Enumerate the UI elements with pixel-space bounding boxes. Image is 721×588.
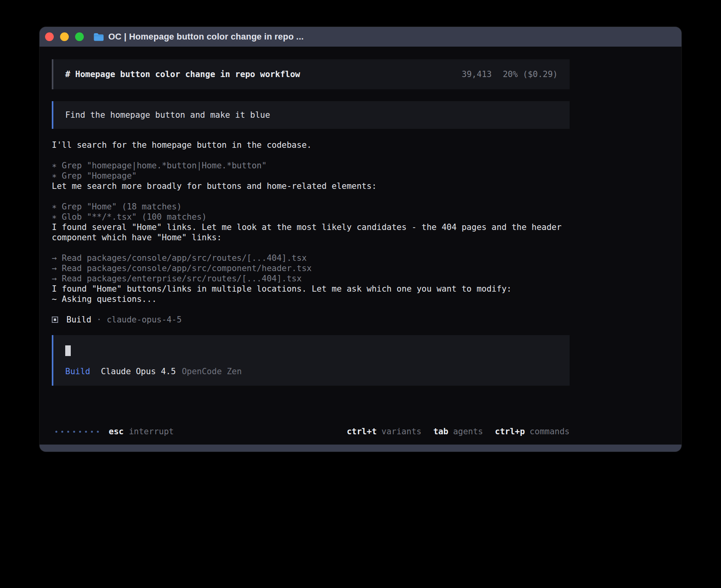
tool-call-group: ∗ Grep "homepage|home.*button|Home.*butt… — [52, 160, 570, 181]
interrupt-label: interrupt — [129, 426, 174, 437]
session-title: # Homepage button color change in repo w… — [65, 69, 300, 79]
folder-icon — [93, 32, 104, 41]
hint-agents: tab agents — [433, 426, 483, 437]
input-agent-mode[interactable]: Build — [65, 366, 90, 377]
input-model-name[interactable]: Claude Opus 4.5 — [101, 366, 176, 377]
keyboard-hints: ctrl+t variants tab agents ctrl+p comman… — [347, 426, 570, 437]
hint-commands: ctrl+p commands — [495, 426, 570, 437]
context-usage: 20% ($0.29) — [503, 69, 558, 79]
conversation: I'll search for the homepage button in t… — [52, 140, 570, 325]
token-count: 39,413 — [462, 69, 492, 79]
terminal-content: # Homepage button color change in repo w… — [40, 47, 681, 445]
esc-key-hint: esc — [109, 426, 124, 437]
window-titlebar[interactable]: OC | Homepage button color change in rep… — [40, 27, 681, 47]
agent-model: claude-opus-4-5 — [107, 315, 182, 325]
tool-call-read: → Read packages/console/app/src/componen… — [52, 263, 570, 273]
window-controls — [45, 32, 84, 41]
tool-call-grep: ∗ Grep "Homepage" — [52, 171, 570, 181]
tool-call-read: → Read packages/console/app/src/routes/[… — [52, 253, 570, 263]
minimize-button[interactable] — [60, 32, 69, 41]
tool-call-read: → Read packages/enterprise/src/routes/[.… — [52, 273, 570, 284]
terminal-window: OC | Homepage button color change in rep… — [40, 27, 681, 452]
tool-call-grep: ∗ Grep "Home" (18 matches) — [52, 202, 570, 212]
status-bar: esc interrupt ctrl+t variants tab agents… — [52, 426, 570, 437]
zoom-button[interactable] — [75, 32, 84, 41]
hint-variants: ctrl+t variants — [347, 426, 421, 437]
active-agent-status: Build · claude-opus-4-5 — [52, 315, 570, 325]
tool-call-glob: ∗ Glob "**/*.tsx" (100 matches) — [52, 212, 570, 222]
tool-call-grep: ∗ Grep "homepage|home.*button|Home.*butt… — [52, 160, 570, 171]
tool-call-group: → Read packages/console/app/src/routes/[… — [52, 253, 570, 284]
agent-name: Build — [66, 315, 91, 325]
session-header: # Homepage button color change in repo w… — [52, 59, 570, 89]
assistant-text: I'll search for the homepage button in t… — [52, 140, 570, 150]
input-meta-row: Build Claude Opus 4.5 OpenCode Zen — [65, 366, 558, 377]
assistant-text: I found several "Home" links. Let me loo… — [52, 222, 570, 243]
session-stats: 39,413 20% ($0.29) — [462, 69, 558, 79]
text-cursor — [65, 345, 71, 356]
spinner-dots — [52, 431, 99, 433]
session-content: # Homepage button color change in repo w… — [52, 59, 570, 386]
desktop-background: OC | Homepage button color change in rep… — [0, 0, 721, 588]
assistant-text: Let me search more broadly for buttons a… — [52, 181, 570, 191]
window-title-area: OC | Homepage button color change in rep… — [93, 32, 304, 42]
asking-questions-status: ~ Asking questions... — [52, 294, 570, 304]
tool-call-group: ∗ Grep "Home" (18 matches) ∗ Glob "**/*.… — [52, 202, 570, 222]
assistant-text: I found "Home" buttons/links in multiple… — [52, 284, 570, 294]
user-message-text: Find the homepage button and make it blu… — [65, 110, 270, 120]
close-button[interactable] — [45, 32, 54, 41]
prompt-input[interactable]: Build Claude Opus 4.5 OpenCode Zen — [52, 335, 570, 386]
agent-separator: · — [96, 315, 102, 325]
input-provider-name: OpenCode Zen — [182, 366, 242, 377]
agent-square-icon — [52, 317, 58, 323]
user-message: Find the homepage button and make it blu… — [52, 101, 570, 129]
window-title: OC | Homepage button color change in rep… — [108, 32, 304, 42]
